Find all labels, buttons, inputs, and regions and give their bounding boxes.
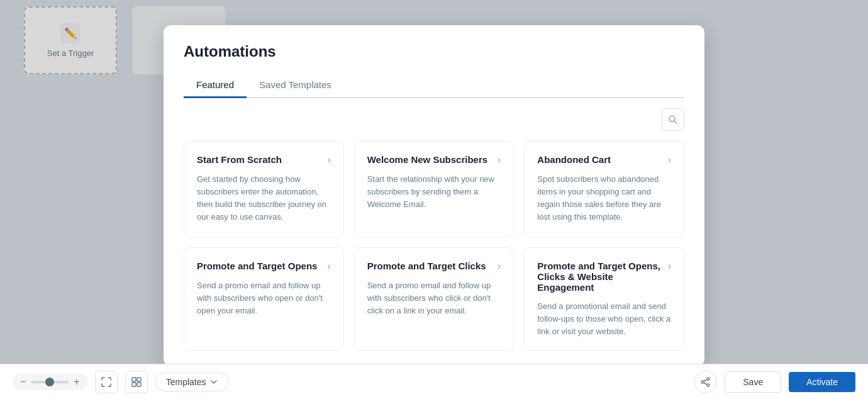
save-button[interactable]: Save xyxy=(725,371,781,393)
zoom-out-button[interactable]: − xyxy=(20,376,26,388)
zoom-control: − + xyxy=(13,374,87,390)
templates-label: Templates xyxy=(166,377,206,387)
card-title: Promote and Target Clicks xyxy=(367,261,498,271)
card-arrow-icon: › xyxy=(498,261,501,272)
fit-screen-icon xyxy=(101,377,111,387)
svg-point-6 xyxy=(707,378,709,380)
svg-line-1 xyxy=(674,121,677,123)
card-header: Abandoned Cart › xyxy=(537,154,671,166)
card-title: Start From Scratch xyxy=(197,154,327,165)
search-button[interactable] xyxy=(662,108,684,131)
card-abandoned-cart[interactable]: Abandoned Cart › Spot subscribers who ab… xyxy=(524,141,684,237)
card-header: Promote and Target Opens › xyxy=(197,261,331,272)
card-header: Start From Scratch › xyxy=(197,154,331,166)
card-description: Send a promo email and follow up with su… xyxy=(367,279,501,317)
card-header: Promote and Target Clicks › xyxy=(367,261,501,272)
chevron-down-icon xyxy=(210,378,218,386)
grid-view-button[interactable] xyxy=(125,371,148,393)
svg-rect-4 xyxy=(132,383,136,386)
automations-modal: Automations Featured Saved Templates xyxy=(164,25,704,366)
card-arrow-icon: › xyxy=(668,261,671,272)
card-start-from-scratch[interactable]: Start From Scratch › Get started by choo… xyxy=(184,141,344,237)
share-icon xyxy=(701,377,711,387)
card-arrow-icon: › xyxy=(327,261,330,272)
card-arrow-icon: › xyxy=(327,154,330,166)
card-description: Send a promotional email and send follow… xyxy=(537,300,671,338)
modal-tabs: Featured Saved Templates xyxy=(184,73,684,98)
card-title: Abandoned Cart xyxy=(537,154,667,165)
tab-saved-templates[interactable]: Saved Templates xyxy=(247,73,344,98)
zoom-in-button[interactable]: + xyxy=(74,376,79,388)
search-area xyxy=(184,108,684,131)
modal-title: Automations xyxy=(184,43,684,60)
bottom-toolbar: − + Templates xyxy=(0,364,868,399)
activate-button[interactable]: Activate xyxy=(789,372,855,392)
card-promote-target-opens-clicks-website[interactable]: Promote and Target Opens, Clicks & Websi… xyxy=(524,247,684,351)
modal-overlay: Automations Featured Saved Templates xyxy=(0,0,868,399)
toolbar-left: − + Templates xyxy=(13,371,228,393)
zoom-slider[interactable] xyxy=(31,381,69,383)
card-promote-target-opens[interactable]: Promote and Target Opens › Send a promo … xyxy=(184,247,344,351)
toolbar-right: Save Activate xyxy=(694,371,855,393)
svg-rect-3 xyxy=(137,378,141,381)
card-title: Promote and Target Opens xyxy=(197,261,327,271)
card-title: Welcome New Subscribers xyxy=(367,154,498,165)
card-promote-target-clicks[interactable]: Promote and Target Clicks › Send a promo… xyxy=(354,247,515,351)
card-arrow-icon: › xyxy=(498,154,501,166)
svg-point-7 xyxy=(701,381,704,383)
templates-button[interactable]: Templates xyxy=(155,373,228,391)
modal-body: Start From Scratch › Get started by choo… xyxy=(164,98,704,366)
card-description: Start the relationship with your new sub… xyxy=(367,173,501,211)
zoom-thumb xyxy=(45,378,54,386)
share-button[interactable] xyxy=(694,371,717,393)
svg-point-8 xyxy=(707,384,709,386)
card-header: Promote and Target Opens, Clicks & Websi… xyxy=(537,261,671,293)
card-description: Send a promo email and follow up with su… xyxy=(197,279,331,317)
card-arrow-icon: › xyxy=(668,154,671,166)
card-welcome-new-subscribers[interactable]: Welcome New Subscribers › Start the rela… xyxy=(354,141,515,237)
svg-rect-5 xyxy=(137,383,141,386)
search-icon xyxy=(668,115,678,125)
card-description: Spot subscribers who abandoned items in … xyxy=(537,173,671,224)
tab-featured[interactable]: Featured xyxy=(184,73,247,98)
card-title: Promote and Target Opens, Clicks & Websi… xyxy=(537,261,667,293)
cards-grid: Start From Scratch › Get started by choo… xyxy=(184,141,684,351)
card-description: Get started by choosing how subscribers … xyxy=(197,173,331,224)
modal-header: Automations Featured Saved Templates xyxy=(164,25,704,98)
fit-screen-button[interactable] xyxy=(95,371,118,393)
svg-rect-2 xyxy=(132,378,136,381)
card-header: Welcome New Subscribers › xyxy=(367,154,501,166)
grid-icon xyxy=(131,377,142,387)
